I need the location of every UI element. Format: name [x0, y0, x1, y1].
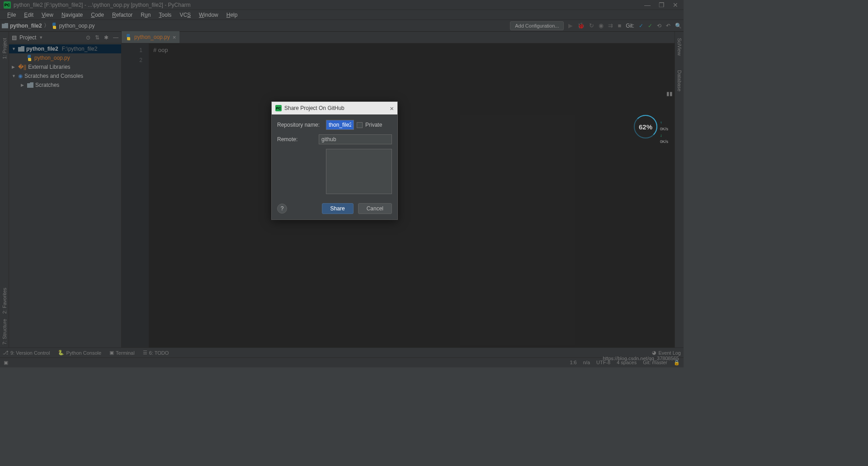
expand-icon[interactable]: ▼ [12, 74, 16, 78]
locate-icon[interactable]: ⊙ [86, 34, 90, 41]
vcs-history-icon[interactable]: ⟲ [657, 23, 661, 29]
maximize-icon[interactable]: ❐ [659, 1, 665, 9]
project-panel: ▤ Project ▼ ⊙ ⇅ ✱ — ▼ python_file2 F:\py… [9, 32, 122, 347]
folder-icon [2, 23, 8, 29]
bottom-toolwindows: ⎇ 9: Version Control 🐍 Python Console ▣ … [0, 347, 684, 357]
menu-run[interactable]: Run [137, 11, 154, 19]
tree-root-path: F:\python_file2 [62, 46, 98, 52]
toolwin-python-console[interactable]: 🐍 Python Console [58, 350, 101, 356]
editor-marker-icon: ▮▮ [666, 90, 673, 97]
status-icon[interactable]: ▣ [4, 360, 8, 366]
right-tool-gutter: SciView Database [675, 32, 684, 347]
repo-name-label: Repository name: [277, 122, 323, 128]
toolwin-version-control[interactable]: ⎇ 9: Version Control [3, 350, 50, 356]
menu-refactor[interactable]: Refactor [108, 11, 136, 19]
tree-root-label: python_file2 [26, 46, 58, 52]
help-button[interactable]: ? [277, 204, 287, 214]
add-configuration-button[interactable]: Add Configuration... [510, 21, 564, 30]
toolwin-favorites[interactable]: 2: Favorites [2, 285, 7, 316]
statusbar: ▣ 1:6 n/a UTF-8 4 spaces Git: master 🔒 [0, 357, 684, 367]
tree-file[interactable]: python_oop.py [9, 53, 121, 62]
python-file-icon [51, 23, 57, 29]
collapse-icon[interactable]: ⇅ [95, 34, 99, 41]
tree-scratches[interactable]: ▼ ◉ Scratches and Consoles [9, 71, 121, 81]
menu-tools[interactable]: Tools [155, 11, 175, 19]
expand-icon[interactable]: ▼ [12, 47, 16, 51]
breadcrumb-file[interactable]: python_oop.py [59, 23, 95, 29]
folder-icon [27, 82, 33, 88]
status-na[interactable]: n/a [583, 360, 590, 366]
project-view-icon: ▤ [12, 34, 17, 41]
line-gutter: 1 2 [122, 43, 149, 347]
code-content[interactable]: # oop [149, 43, 675, 347]
toolwin-database[interactable]: Database [677, 67, 682, 94]
toolwin-sciview[interactable]: SciView [677, 35, 682, 58]
line-num: 2 [122, 55, 142, 65]
expand-icon[interactable]: ▶ [21, 83, 25, 87]
profile-icon[interactable]: ◉ [599, 22, 604, 29]
expand-icon[interactable]: ▶ [12, 65, 16, 69]
repo-name-input[interactable] [326, 120, 354, 130]
menu-view[interactable]: View [38, 11, 57, 19]
description-textarea[interactable] [326, 149, 392, 194]
line-num: 1 [122, 45, 142, 55]
menu-code[interactable]: Code [87, 11, 108, 19]
upload-speed: 0K/s [660, 119, 668, 132]
vcs-revert-icon[interactable]: ↶ [666, 23, 670, 29]
net-percent: 62% [634, 115, 657, 138]
download-speed: 0K/s [660, 132, 668, 145]
vcs-update-icon[interactable]: ✓ [639, 23, 643, 29]
window-controls: — ❐ ✕ [639, 1, 684, 9]
tree-scratches-label: Scratches and Consoles [24, 73, 83, 79]
private-checkbox[interactable] [357, 122, 363, 128]
cancel-button[interactable]: Cancel [358, 203, 392, 214]
editor[interactable]: 1 2 # oop ▮▮ [122, 43, 675, 347]
close-icon[interactable]: ✕ [673, 1, 678, 9]
gear-icon[interactable]: ✱ [104, 34, 108, 41]
watermark: https://blog.csdn.net/qq_37808565 [603, 356, 679, 361]
editor-tab[interactable]: python_oop.py × [122, 31, 179, 43]
project-panel-header: ▤ Project ▼ ⊙ ⇅ ✱ — [9, 32, 121, 43]
breadcrumb-root[interactable]: python_file2 [10, 23, 42, 29]
toolwin-terminal[interactable]: ▣ Terminal [109, 350, 135, 356]
tree-external-libs[interactable]: ▶ �|| External Libraries [9, 62, 121, 71]
toolwin-project[interactable]: 1: Project [2, 35, 7, 62]
minimize-icon[interactable]: — [644, 1, 651, 9]
pycharm-icon: PC [275, 105, 282, 111]
panel-title[interactable]: Project [19, 34, 36, 41]
tree-scratches-sub: Scratches [35, 82, 59, 88]
attach-icon[interactable]: ⇉ [608, 22, 613, 29]
toolwin-eventlog[interactable]: ◕ Event Log [652, 350, 681, 356]
dropdown-icon[interactable]: ▼ [39, 35, 43, 40]
hide-icon[interactable]: — [113, 34, 118, 41]
vcs-commit-icon[interactable]: ✓ [648, 23, 652, 29]
menu-window[interactable]: Window [195, 11, 222, 19]
stop-icon[interactable]: ■ [618, 22, 621, 29]
network-monitor-widget[interactable]: 62% 0K/s 0K/s [634, 115, 659, 140]
share-button[interactable]: Share [322, 203, 354, 214]
coverage-icon[interactable]: ↻ [589, 22, 594, 29]
tab-close-icon[interactable]: × [173, 34, 176, 41]
python-file-icon [26, 55, 33, 61]
search-icon[interactable]: 🔍 [675, 23, 682, 29]
debug-icon[interactable]: 🐞 [577, 22, 585, 29]
git-label: Git: [626, 23, 634, 29]
dialog-close-icon[interactable]: × [390, 105, 394, 112]
menu-edit[interactable]: Edit [20, 11, 37, 19]
menubar: File Edit View Navigate Code Refactor Ru… [0, 10, 684, 20]
toolwin-structure[interactable]: 7: Structure [2, 316, 7, 347]
cursor-position[interactable]: 1:6 [570, 360, 576, 366]
tree-scratches-folder[interactable]: ▶ Scratches [9, 81, 121, 90]
dialog-titlebar[interactable]: PC Share Project On GitHub × [272, 102, 397, 114]
share-github-dialog: PC Share Project On GitHub × Repository … [271, 101, 398, 220]
menu-help[interactable]: Help [223, 11, 241, 19]
menu-navigate[interactable]: Navigate [58, 11, 86, 19]
menu-file[interactable]: File [4, 11, 19, 19]
remote-input[interactable] [319, 134, 392, 144]
toolwin-todo[interactable]: ☰ 6: TODO [143, 350, 169, 356]
menu-vcs[interactable]: VCS [176, 11, 194, 19]
run-icon[interactable]: ▶ [568, 22, 573, 29]
tree-ext-label: External Libraries [28, 64, 70, 70]
tab-label: python_oop.py [134, 34, 170, 40]
tree-root[interactable]: ▼ python_file2 F:\python_file2 [9, 44, 121, 53]
